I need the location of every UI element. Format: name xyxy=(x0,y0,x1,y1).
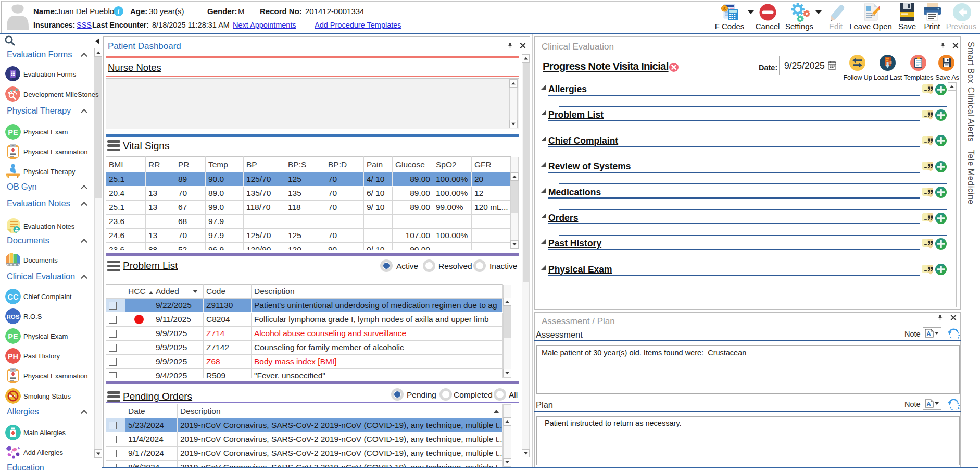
svg-text:ROS: ROS xyxy=(7,314,20,320)
svg-text:PH: PH xyxy=(8,352,18,361)
svg-text:PE: PE xyxy=(8,128,18,137)
svg-text:PE: PE xyxy=(8,332,18,341)
svg-text:A: A xyxy=(927,330,931,337)
svg-text:A: A xyxy=(927,401,931,407)
svg-text:$: $ xyxy=(723,6,726,11)
svg-text:CC: CC xyxy=(8,293,19,301)
